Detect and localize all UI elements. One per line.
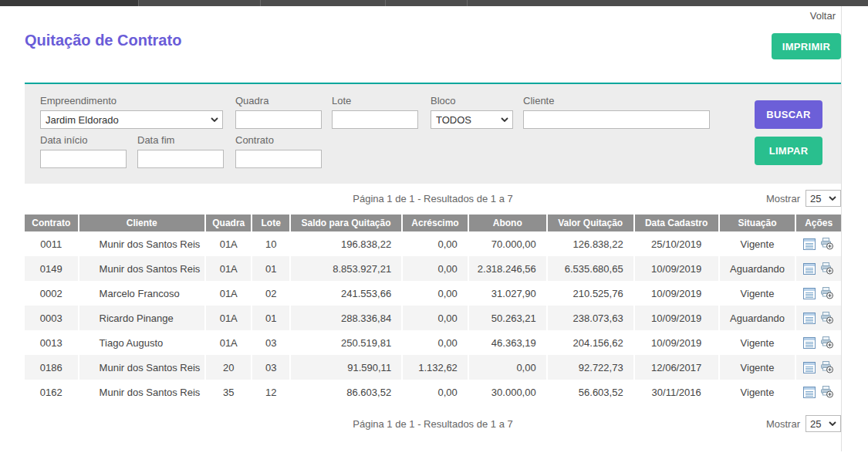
cell-quadra: 01A bbox=[206, 281, 253, 306]
cell-lote: 01 bbox=[252, 306, 290, 330]
details-list-icon[interactable] bbox=[803, 337, 816, 349]
quadra-input[interactable] bbox=[235, 110, 322, 129]
empreendimento-field: Empreendimento Jardim Eldorado bbox=[40, 95, 223, 129]
cell-data-cadastro: 10/09/2019 bbox=[635, 306, 720, 330]
details-list-icon[interactable] bbox=[803, 238, 816, 250]
table-body: 0011 Munir dos Santos Reis 01A 10 196.83… bbox=[25, 231, 841, 404]
tab-segment bbox=[261, 0, 386, 6]
empreendimento-label: Empreendimento bbox=[40, 95, 223, 106]
column-header-data-cadastro: Data Cadastro bbox=[635, 215, 720, 231]
cell-acoes bbox=[796, 306, 841, 330]
contrato-field: Contrato bbox=[235, 134, 322, 168]
cell-data-cadastro: 25/10/2019 bbox=[635, 231, 720, 256]
cell-cliente: Marcelo Francoso bbox=[79, 281, 206, 306]
print-add-icon[interactable] bbox=[820, 386, 834, 398]
print-add-icon[interactable] bbox=[820, 361, 834, 373]
cell-acoes bbox=[796, 330, 841, 355]
cell-saldo: 288.336,84 bbox=[291, 306, 403, 330]
data-fim-input[interactable] bbox=[137, 150, 224, 168]
cliente-field: Cliente bbox=[523, 95, 710, 129]
lote-field: Lote bbox=[332, 95, 418, 129]
cell-lote: 10 bbox=[252, 231, 290, 256]
cell-valor: 56.603,52 bbox=[548, 380, 635, 404]
cell-abono: 50.263,21 bbox=[469, 306, 548, 330]
cell-abono: 0,00 bbox=[469, 355, 548, 380]
cell-quadra: 01A bbox=[206, 256, 253, 281]
contrato-input[interactable] bbox=[235, 150, 322, 168]
bloco-label: Bloco bbox=[431, 95, 513, 106]
cell-acrescimo: 0,00 bbox=[403, 281, 469, 306]
table-row: 0003 Ricardo Pinange 01A 01 288.336,84 0… bbox=[25, 306, 841, 330]
lote-input[interactable] bbox=[332, 110, 418, 129]
cell-situacao: Vigente bbox=[720, 330, 797, 355]
cell-acrescimo: 0,00 bbox=[403, 306, 469, 330]
cell-contrato: 0002 bbox=[25, 281, 79, 306]
column-header-quadra: Quadra bbox=[206, 215, 253, 231]
empreendimento-select[interactable]: Jardim Eldorado bbox=[40, 110, 223, 129]
page-size-select[interactable]: 25 bbox=[806, 415, 841, 432]
table-row: 0013 Tiago Augusto 01A 03 250.519,81 0,0… bbox=[25, 330, 841, 355]
page-right-border bbox=[841, 6, 842, 451]
print-add-icon[interactable] bbox=[820, 287, 834, 299]
cell-cliente: Munir dos Santos Reis bbox=[79, 355, 206, 380]
browser-tab-strip bbox=[0, 0, 868, 6]
cell-acoes bbox=[796, 380, 841, 404]
limpar-button[interactable]: LIMPAR bbox=[755, 137, 822, 165]
cell-acoes bbox=[796, 231, 841, 256]
print-add-icon[interactable] bbox=[820, 336, 834, 349]
buscar-button[interactable]: BUSCAR bbox=[755, 100, 822, 129]
data-fim-field: Data fim bbox=[137, 134, 224, 168]
pagination-summary: Página 1 de 1 - Resultados de 1 a 7 bbox=[25, 418, 841, 430]
print-add-icon[interactable] bbox=[820, 238, 834, 250]
quadra-field: Quadra bbox=[235, 95, 322, 129]
table-row: 0002 Marcelo Francoso 01A 02 241.553,66 … bbox=[25, 281, 841, 306]
cell-contrato: 0149 bbox=[25, 256, 79, 281]
cliente-input[interactable] bbox=[523, 110, 710, 129]
cell-lote: 03 bbox=[252, 330, 290, 355]
details-list-icon[interactable] bbox=[803, 387, 816, 398]
data-inicio-label: Data início bbox=[40, 134, 127, 146]
cell-situacao: Vigente bbox=[720, 231, 797, 256]
lote-label: Lote bbox=[332, 95, 418, 106]
bloco-select[interactable]: TODOS bbox=[431, 110, 513, 129]
cell-abono: 2.318.246,56 bbox=[469, 256, 548, 281]
page-size-select[interactable]: 25 bbox=[806, 190, 841, 207]
column-header-acoes: Ações bbox=[796, 215, 841, 231]
voltar-link[interactable]: Voltar bbox=[810, 10, 836, 22]
cell-acrescimo: 0,00 bbox=[403, 330, 469, 355]
column-header-valor: Valor Quitação bbox=[548, 215, 635, 231]
cell-saldo: 250.519,81 bbox=[291, 330, 403, 355]
cell-quadra: 35 bbox=[206, 380, 253, 404]
print-add-icon[interactable] bbox=[820, 262, 834, 275]
data-inicio-input[interactable] bbox=[40, 150, 127, 168]
column-header-situacao: Situação bbox=[720, 215, 797, 231]
cell-situacao: Aguardando bbox=[720, 256, 797, 281]
filter-panel: Empreendimento Jardim Eldorado Quadra Lo… bbox=[25, 83, 841, 184]
details-list-icon[interactable] bbox=[803, 313, 816, 324]
details-list-icon[interactable] bbox=[803, 362, 816, 373]
page-size-control: Mostrar 25 bbox=[766, 415, 841, 432]
page: Voltar Quitação de Contrato IMPRIMIR Emp… bbox=[0, 0, 868, 473]
column-header-saldo: Saldo para Quitação bbox=[291, 215, 403, 231]
details-list-icon[interactable] bbox=[803, 263, 816, 275]
cell-acrescimo: 1.132,62 bbox=[403, 355, 469, 380]
cell-cliente: Ricardo Pinange bbox=[79, 306, 206, 330]
column-header-contrato: Contrato bbox=[25, 215, 79, 231]
cell-data-cadastro: 12/06/2017 bbox=[635, 355, 720, 380]
details-list-icon[interactable] bbox=[803, 288, 816, 299]
cell-abono: 70.000,00 bbox=[469, 231, 548, 256]
cell-saldo: 241.553,66 bbox=[291, 281, 403, 306]
quadra-label: Quadra bbox=[235, 95, 322, 106]
print-add-icon[interactable] bbox=[820, 312, 834, 324]
column-header-acrescimo: Acréscimo bbox=[403, 215, 469, 231]
cell-data-cadastro: 30/11/2016 bbox=[635, 380, 720, 404]
imprimir-button[interactable]: IMPRIMIR bbox=[772, 33, 841, 59]
cell-contrato: 0013 bbox=[25, 330, 79, 355]
pagination-summary: Página 1 de 1 - Resultados de 1 a 7 bbox=[25, 193, 841, 204]
data-fim-label: Data fim bbox=[137, 134, 224, 146]
cell-lote: 12 bbox=[252, 380, 290, 404]
table-row: 0011 Munir dos Santos Reis 01A 10 196.83… bbox=[25, 231, 841, 256]
cell-abono: 30.000,00 bbox=[469, 380, 548, 404]
cell-data-cadastro: 10/09/2019 bbox=[635, 330, 720, 355]
column-header-cliente: Cliente bbox=[79, 215, 206, 231]
